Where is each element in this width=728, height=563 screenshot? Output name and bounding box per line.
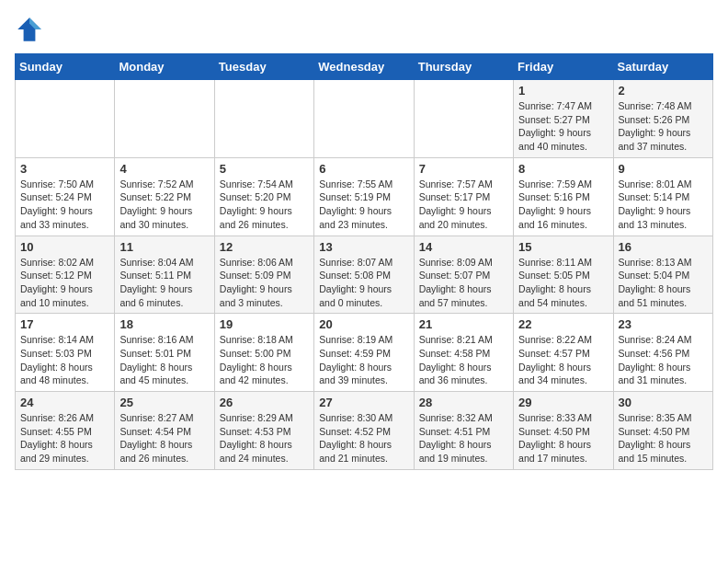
logo [15, 15, 48, 44]
day-info: Sunrise: 8:04 AM Sunset: 5:11 PM Dayligh… [119, 256, 209, 310]
calendar-week-5: 24Sunrise: 8:26 AM Sunset: 4:55 PM Dayli… [16, 392, 713, 470]
day-number: 1 [518, 84, 608, 98]
calendar-cell: 26Sunrise: 8:29 AM Sunset: 4:53 PM Dayli… [214, 392, 313, 470]
day-info: Sunrise: 7:52 AM Sunset: 5:22 PM Dayligh… [119, 178, 209, 232]
day-info: Sunrise: 8:14 AM Sunset: 5:03 PM Dayligh… [20, 333, 109, 387]
calendar-cell [115, 80, 214, 158]
calendar-cell: 30Sunrise: 8:35 AM Sunset: 4:50 PM Dayli… [613, 392, 712, 470]
day-info: Sunrise: 8:29 AM Sunset: 4:53 PM Dayligh… [220, 411, 309, 465]
calendar-header-wednesday: Wednesday [314, 54, 414, 80]
calendar-cell: 29Sunrise: 8:33 AM Sunset: 4:50 PM Dayli… [514, 392, 613, 470]
day-info: Sunrise: 8:02 AM Sunset: 5:12 PM Dayligh… [20, 256, 109, 310]
calendar-cell: 20Sunrise: 8:19 AM Sunset: 4:59 PM Dayli… [314, 314, 414, 392]
calendar-table: SundayMondayTuesdayWednesdayThursdayFrid… [15, 53, 713, 470]
calendar-header-row: SundayMondayTuesdayWednesdayThursdayFrid… [16, 54, 713, 80]
page-header [15, 15, 713, 44]
day-number: 8 [518, 162, 608, 176]
day-info: Sunrise: 8:16 AM Sunset: 5:01 PM Dayligh… [119, 333, 209, 387]
day-info: Sunrise: 8:26 AM Sunset: 4:55 PM Dayligh… [20, 411, 109, 465]
day-info: Sunrise: 8:30 AM Sunset: 4:52 PM Dayligh… [319, 411, 408, 465]
calendar-cell: 1Sunrise: 7:47 AM Sunset: 5:27 PM Daylig… [514, 80, 613, 158]
calendar-cell: 10Sunrise: 8:02 AM Sunset: 5:12 PM Dayli… [16, 236, 115, 314]
day-number: 5 [220, 162, 309, 176]
calendar-cell: 23Sunrise: 8:24 AM Sunset: 4:56 PM Dayli… [613, 314, 712, 392]
day-info: Sunrise: 8:33 AM Sunset: 4:50 PM Dayligh… [518, 411, 608, 465]
day-info: Sunrise: 8:11 AM Sunset: 5:05 PM Dayligh… [518, 256, 608, 310]
calendar-header-monday: Monday [115, 54, 214, 80]
calendar-cell [414, 80, 513, 158]
calendar-cell: 17Sunrise: 8:14 AM Sunset: 5:03 PM Dayli… [16, 314, 115, 392]
calendar-cell: 24Sunrise: 8:26 AM Sunset: 4:55 PM Dayli… [16, 392, 115, 470]
calendar-cell: 21Sunrise: 8:21 AM Sunset: 4:58 PM Dayli… [414, 314, 513, 392]
day-number: 28 [419, 396, 508, 409]
day-info: Sunrise: 8:18 AM Sunset: 5:00 PM Dayligh… [220, 333, 309, 387]
day-number: 29 [518, 396, 608, 409]
calendar-cell: 22Sunrise: 8:22 AM Sunset: 4:57 PM Dayli… [514, 314, 613, 392]
day-number: 3 [20, 162, 109, 176]
calendar-cell: 5Sunrise: 7:54 AM Sunset: 5:20 PM Daylig… [214, 157, 313, 236]
day-number: 23 [619, 317, 708, 331]
day-info: Sunrise: 8:21 AM Sunset: 4:58 PM Dayligh… [419, 333, 508, 387]
calendar-cell: 25Sunrise: 8:27 AM Sunset: 4:54 PM Dayli… [115, 392, 214, 470]
day-info: Sunrise: 7:54 AM Sunset: 5:20 PM Dayligh… [220, 178, 309, 232]
day-number: 15 [518, 240, 608, 254]
day-number: 19 [220, 317, 309, 331]
day-number: 14 [419, 240, 508, 254]
calendar-week-2: 3Sunrise: 7:50 AM Sunset: 5:24 PM Daylig… [16, 157, 713, 236]
day-number: 12 [220, 240, 309, 254]
calendar-week-3: 10Sunrise: 8:02 AM Sunset: 5:12 PM Dayli… [16, 236, 713, 314]
day-number: 6 [319, 162, 408, 176]
calendar-cell: 8Sunrise: 7:59 AM Sunset: 5:16 PM Daylig… [514, 157, 613, 236]
day-info: Sunrise: 8:24 AM Sunset: 4:56 PM Dayligh… [619, 333, 708, 387]
day-number: 26 [220, 396, 309, 409]
calendar-cell [16, 80, 115, 158]
calendar-header-friday: Friday [514, 54, 613, 80]
calendar-cell: 7Sunrise: 7:57 AM Sunset: 5:17 PM Daylig… [414, 157, 513, 236]
calendar-cell: 2Sunrise: 7:48 AM Sunset: 5:26 PM Daylig… [613, 80, 712, 158]
day-number: 11 [119, 240, 209, 254]
day-number: 24 [20, 396, 109, 409]
day-number: 16 [619, 240, 708, 254]
day-number: 21 [419, 317, 508, 331]
day-info: Sunrise: 8:06 AM Sunset: 5:09 PM Dayligh… [220, 256, 309, 310]
day-info: Sunrise: 8:22 AM Sunset: 4:57 PM Dayligh… [518, 333, 608, 387]
calendar-week-1: 1Sunrise: 7:47 AM Sunset: 5:27 PM Daylig… [16, 80, 713, 158]
day-info: Sunrise: 7:59 AM Sunset: 5:16 PM Dayligh… [518, 178, 608, 232]
calendar-cell: 3Sunrise: 7:50 AM Sunset: 5:24 PM Daylig… [16, 157, 115, 236]
calendar-header-saturday: Saturday [613, 54, 712, 80]
calendar-cell: 27Sunrise: 8:30 AM Sunset: 4:52 PM Dayli… [314, 392, 414, 470]
calendar-cell: 28Sunrise: 8:32 AM Sunset: 4:51 PM Dayli… [414, 392, 513, 470]
day-number: 10 [20, 240, 109, 254]
day-number: 27 [319, 396, 408, 409]
calendar-cell: 13Sunrise: 8:07 AM Sunset: 5:08 PM Dayli… [314, 236, 414, 314]
calendar-cell: 12Sunrise: 8:06 AM Sunset: 5:09 PM Dayli… [214, 236, 313, 314]
calendar-cell: 18Sunrise: 8:16 AM Sunset: 5:01 PM Dayli… [115, 314, 214, 392]
day-number: 13 [319, 240, 408, 254]
calendar-week-4: 17Sunrise: 8:14 AM Sunset: 5:03 PM Dayli… [16, 314, 713, 392]
day-number: 4 [119, 162, 209, 176]
day-number: 25 [119, 396, 209, 409]
calendar-cell: 14Sunrise: 8:09 AM Sunset: 5:07 PM Dayli… [414, 236, 513, 314]
calendar-cell: 6Sunrise: 7:55 AM Sunset: 5:19 PM Daylig… [314, 157, 414, 236]
calendar-header-thursday: Thursday [414, 54, 513, 80]
day-number: 17 [20, 317, 109, 331]
calendar-cell [314, 80, 414, 158]
logo-icon [15, 15, 44, 44]
day-number: 22 [518, 317, 608, 331]
day-info: Sunrise: 7:57 AM Sunset: 5:17 PM Dayligh… [419, 178, 508, 232]
day-number: 18 [119, 317, 209, 331]
day-info: Sunrise: 7:50 AM Sunset: 5:24 PM Dayligh… [20, 178, 109, 232]
calendar-cell: 11Sunrise: 8:04 AM Sunset: 5:11 PM Dayli… [115, 236, 214, 314]
calendar-cell: 16Sunrise: 8:13 AM Sunset: 5:04 PM Dayli… [613, 236, 712, 314]
day-number: 2 [619, 84, 708, 98]
day-info: Sunrise: 8:09 AM Sunset: 5:07 PM Dayligh… [419, 256, 508, 310]
calendar-header-tuesday: Tuesday [214, 54, 313, 80]
day-info: Sunrise: 8:27 AM Sunset: 4:54 PM Dayligh… [119, 411, 209, 465]
day-info: Sunrise: 7:47 AM Sunset: 5:27 PM Dayligh… [518, 99, 608, 154]
day-number: 30 [619, 396, 708, 409]
day-number: 9 [619, 162, 708, 176]
day-info: Sunrise: 8:19 AM Sunset: 4:59 PM Dayligh… [319, 333, 408, 387]
calendar-cell: 4Sunrise: 7:52 AM Sunset: 5:22 PM Daylig… [115, 157, 214, 236]
day-info: Sunrise: 7:48 AM Sunset: 5:26 PM Dayligh… [619, 99, 708, 154]
day-info: Sunrise: 8:01 AM Sunset: 5:14 PM Dayligh… [619, 178, 708, 232]
